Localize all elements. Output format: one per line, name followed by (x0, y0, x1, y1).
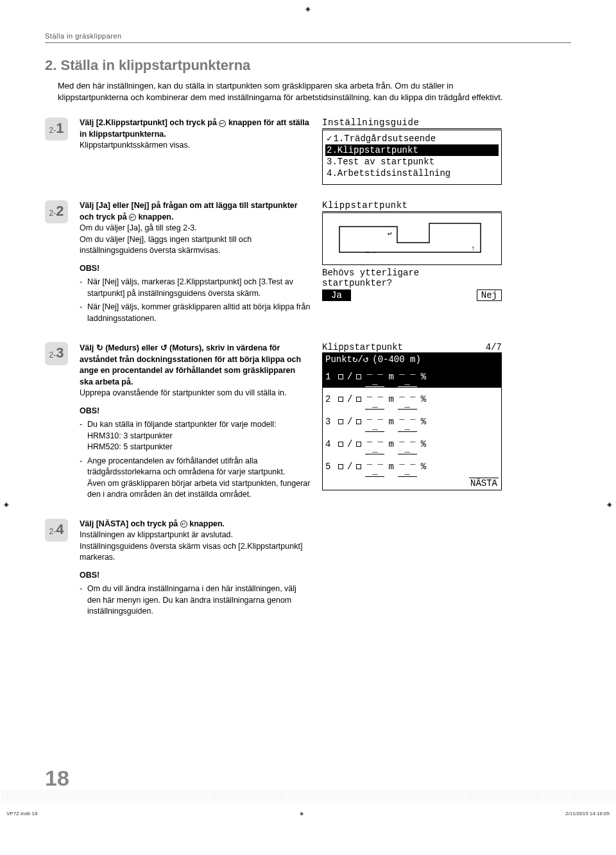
crop-mark-left: ◈ (4, 501, 9, 508)
obs-item: När [Nej] väljs, kommer gräsklipparen al… (80, 302, 311, 324)
step-badge: 2-2 (45, 200, 68, 223)
step-2-1: 2-1 Välj [2.Klippstartpunkt] och tryck p… (45, 117, 571, 185)
prompt-line1: Behövs ytterligare (322, 268, 502, 278)
menu-item-4: 4.Arbetstidsinställning (325, 168, 499, 179)
enter-icon: ↵ (219, 120, 226, 127)
step-bold-b: (Medurs) eller (103, 343, 160, 352)
step-prefix: 2- (49, 350, 56, 359)
step-text: Välj ↻ (Medurs) eller ↺ (Moturs), skriv … (80, 342, 311, 503)
print-footer: VP7Z.indb 18 ◈ 2/11/2015 14:16:05 (0, 808, 616, 819)
step-prefix: 2- (49, 126, 56, 135)
obs-item: När [Nej] väljs, markeras [2.Klippstartp… (80, 277, 311, 299)
screen-startpoint-table: Klippstartpunkt 4/7 Punkt↻/↺ (0-400 m) 1… (322, 342, 502, 490)
step-bold-a: Välj [NÄSTA] och tryck på (80, 519, 180, 528)
step-2-4: 2-4 Välj [NÄSTA] och tryck på ↵ knappen.… (45, 519, 571, 620)
next-label: NÄSTA (469, 478, 499, 488)
step-badge: 2-1 (45, 117, 68, 141)
enter-icon: ↵ (180, 521, 187, 528)
prompt-line2: startpunkter? (322, 278, 502, 288)
step-text: Välj [2.Klippstartpunkt] och tryck på ↵ … (80, 117, 311, 151)
table-row: 3/_ _ _m_ _ _% (323, 410, 501, 433)
section-title: 2. Ställa in klippstartpunkterna (45, 57, 571, 74)
screen-title: Inställningsguide (322, 117, 502, 129)
screen-body: Punkt↻/↺ (0-400 m) 1/_ _ _m_ _ _%2/_ _ _… (322, 353, 502, 490)
step-sub1: Inställningen av klippstartpunkt är avsl… (80, 530, 311, 541)
step-2-2: 2-2 Välj [Ja] eller [Nej] på frågan om a… (45, 200, 571, 327)
garden-outline-icon: ↵ ↑ → (327, 217, 493, 261)
screen-title-row: Klippstartpunkt 4/7 (322, 342, 502, 353)
step-sub1: Om du väljer [Ja], gå till steg 2-3. (80, 223, 311, 234)
footer-right: 2/11/2015 14:16:05 (565, 811, 610, 816)
table-row: 4/_ _ _m_ _ _% (323, 433, 501, 455)
screen-title: Klippstartpunkt (322, 200, 502, 212)
crop-mark-top: ◈ (305, 5, 311, 12)
hdr-a: Punkt↻/↺ (325, 354, 368, 365)
obs-item: Ange procentandelen av förhållandet utif… (80, 456, 311, 501)
step-badge: 2-3 (45, 342, 68, 365)
obs-text: Du kan ställa in följande startpunkter f… (87, 420, 277, 429)
enter-icon: ↵ (129, 214, 136, 221)
step-text: Välj [Ja] eller [Nej] på frågan om att l… (80, 200, 311, 327)
screen-body: 1.Trädgårdsutseende 2.Klippstartpunkt 3.… (322, 130, 502, 185)
svg-text:→: → (372, 249, 375, 256)
screen-diagram: ↵ ↑ → (322, 212, 502, 265)
prompt-buttons: Ja Nej (322, 289, 502, 301)
step-bold-a: Välj (80, 343, 96, 352)
hdr-b: (0-400 m) (372, 354, 421, 365)
obs-list: Du kan ställa in följande startpunkter f… (80, 419, 311, 501)
table-row: 2/_ _ _m_ _ _% (323, 388, 501, 410)
obs-heading: OBS! (80, 570, 311, 582)
page: ◈ ◈ ◈ Ställa in gräsklipparen 2. Ställa … (0, 0, 616, 822)
ja-button: Ja (322, 289, 351, 301)
step-bold-b: knappen. (136, 212, 173, 221)
table-footer: NÄSTA (323, 478, 501, 488)
obs-list: Om du vill ändra inställningarna i den h… (80, 583, 311, 618)
step-sub: Upprepa ovanstående för startpunkter som… (80, 388, 311, 399)
crop-mark-right: ◈ (607, 501, 612, 508)
obs-item: Om du vill ändra inställningarna i den h… (80, 583, 311, 618)
step-prefix: 2- (49, 527, 56, 536)
table-row: 1/_ _ _m_ _ _% (323, 365, 501, 388)
cw-icon: ↻ (96, 343, 103, 352)
screen-count: 4/7 (486, 342, 502, 352)
screen-settings-guide: Inställningsguide 1.Trädgårdsutseende 2.… (322, 117, 502, 185)
header-breadcrumb: Ställa in gräsklipparen (45, 32, 571, 40)
obs-text-sub: HRM520: 5 startpunkter (87, 442, 173, 451)
prompt-text: Behövs ytterligare startpunkter? (322, 268, 502, 288)
menu-item-1: 1.Trädgårdsutseende (325, 132, 499, 144)
obs-text-sub: HRM310: 3 startpunkter (87, 431, 173, 440)
obs-text: Ange procentandelen av förhållandet utif… (87, 456, 286, 477)
step-bold-b: knappen. (187, 519, 225, 528)
svg-text:↑: ↑ (471, 245, 475, 252)
grass-graphic (0, 790, 616, 801)
menu-item-3: 3.Test av startpunkt (325, 156, 499, 168)
step-bold-a: Välj [2.Klippstartpunkt] och tryck på (80, 118, 219, 127)
step-sub2: Inställningsguidens översta skärm visas … (80, 541, 311, 564)
step-sub2: Om du väljer [Nej], läggs ingen startpun… (80, 234, 311, 257)
table-row: 5/_ _ _m_ _ _% (323, 455, 501, 478)
intro-paragraph: Med den här inställningen, kan du ställa… (58, 80, 520, 103)
step-number: 1 (56, 121, 64, 135)
table-header-row: Punkt↻/↺ (0-400 m) (323, 353, 501, 365)
step-text: Välj [NÄSTA] och tryck på ↵ knappen. Ins… (80, 519, 311, 620)
step-bold-a: Välj [Ja] eller [Nej] på frågan om att l… (80, 201, 298, 221)
obs-text-sub: Även om gräsklipparen börjar arbeta vid … (87, 479, 310, 499)
step-sub: Klippstartpunktsskärmen visas. (80, 140, 311, 151)
obs-item: Du kan ställa in följande startpunkter f… (80, 419, 311, 453)
ccw-icon: ↺ (160, 343, 167, 352)
step-number: 3 (56, 346, 64, 360)
screen-title: Klippstartpunkt (322, 342, 403, 352)
nej-button: Nej (477, 289, 502, 301)
svg-text:↵: ↵ (388, 229, 392, 237)
step-badge: 2-4 (45, 519, 68, 542)
obs-list: När [Nej] väljs, markeras [2.Klippstartp… (80, 277, 311, 324)
step-number: 4 (56, 522, 64, 537)
menu-item-2-selected: 2.Klippstartpunkt (325, 144, 499, 156)
obs-heading: OBS! (80, 263, 311, 275)
screen-klippstartpunkt-prompt: Klippstartpunkt ↵ ↑ → Behövs ytterligare… (322, 200, 502, 301)
step-prefix: 2- (49, 209, 56, 218)
step-number: 2 (56, 204, 64, 218)
header-divider (45, 42, 571, 43)
step-2-3: 2-3 Välj ↻ (Medurs) eller ↺ (Moturs), sk… (45, 342, 571, 503)
page-number: 18 (45, 766, 69, 791)
